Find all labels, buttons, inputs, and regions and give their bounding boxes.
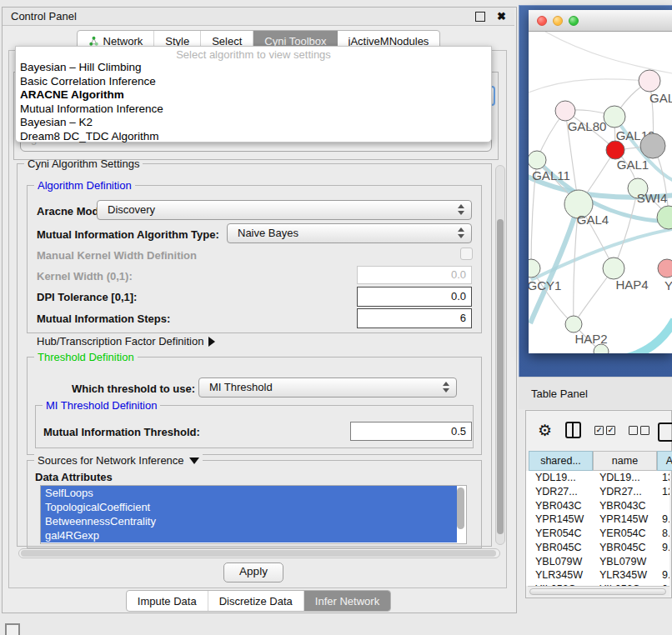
close-panel-icon[interactable]: ✖: [497, 11, 506, 22]
network-window[interactable]: GALGAL80GAL10GAL1GAL11SWI4GAL4GCY1HAP4YH…: [529, 10, 672, 353]
tab-infer-network[interactable]: Infer Network: [304, 591, 390, 611]
table-cell: YDR27...: [535, 485, 590, 499]
hub-definition-expander[interactable]: Hub/Transcription Factor Definition: [37, 335, 215, 348]
algorithm-option[interactable]: ARACNE Algorithm: [16, 88, 491, 102]
network-edge: [627, 320, 672, 353]
network-node-hap4[interactable]: [603, 258, 624, 279]
table-hscroll-thumb[interactable]: [529, 588, 666, 595]
network-edge: [545, 32, 672, 73]
table-cell: YPR145W: [535, 512, 590, 527]
apply-button[interactable]: Apply: [223, 562, 283, 582]
zoom-window-icon[interactable]: [569, 16, 579, 26]
algorithm-option[interactable]: Mutual Information Inference: [16, 102, 491, 117]
algorithm-option[interactable]: Bayesian – K2: [16, 116, 491, 130]
network-node-gal80[interactable]: [555, 101, 575, 121]
mi-threshold-field[interactable]: 0.5: [350, 422, 472, 441]
network-window-titlebar[interactable]: [529, 10, 672, 32]
network-node-gal10[interactable]: [604, 106, 625, 128]
algorithm-option[interactable]: Bayesian – Hill Climbing: [16, 61, 491, 75]
network-node-y[interactable]: [658, 259, 672, 278]
which-threshold-label: Which threshold to use:: [72, 382, 195, 395]
dpi-tolerance-field[interactable]: 0.0: [357, 287, 472, 307]
table-body: YDL19...YDL19...13YDR27...YDR27...12YBR0…: [526, 471, 669, 586]
table-panel-title: Table Panel: [531, 388, 588, 400]
mi-steps-field[interactable]: 6: [357, 308, 472, 328]
table-cell: 12: [662, 485, 669, 499]
hub-definition-label: Hub/Transcription Factor Definition: [37, 335, 203, 348]
mi-type-combo[interactable]: Naive Bayes: [227, 223, 472, 243]
manual-kernel-label: Manual Kernel Width Definition: [37, 249, 197, 262]
table-panel-titlebar: Table Panel: [519, 377, 672, 409]
select-all-icon[interactable]: [594, 426, 615, 435]
close-window-icon[interactable]: [537, 16, 547, 26]
manual-kernel-checkbox[interactable]: [460, 248, 473, 260]
table-row[interactable]: YLR345WYLR345W9.: [529, 568, 669, 582]
minimize-window-icon[interactable]: [553, 16, 563, 26]
which-threshold-value: MI Threshold: [209, 381, 273, 393]
minimized-panel-icon[interactable]: [5, 623, 20, 635]
new-table-icon[interactable]: [658, 422, 672, 442]
attribute-item[interactable]: gal4RGexp: [41, 528, 457, 542]
screen: { "control_panel": { "title": "Control P…: [0, 0, 672, 635]
table-cell: 8.: [662, 527, 669, 541]
table-row[interactable]: YPR145WYPR145W9.: [529, 512, 669, 527]
table-row[interactable]: YDR27...YDR27...12: [529, 485, 669, 499]
network-node-gal[interactable]: [639, 70, 660, 92]
threshold-definition-title: Threshold Definition: [34, 351, 138, 363]
network-node-hap2[interactable]: [565, 316, 582, 332]
attribute-item[interactable]: SelfLoops: [41, 486, 457, 500]
node-label: GAL11: [532, 168, 570, 182]
node-label: HAP2: [574, 332, 607, 346]
gear-icon[interactable]: ⚙: [538, 422, 552, 438]
settings-horizontal-scrollbar[interactable]: [18, 548, 500, 558]
control-panel-title: Control Panel: [11, 10, 77, 22]
node-label: GCY1: [529, 278, 561, 292]
attributes-scrollbar-thumb[interactable]: [457, 488, 464, 529]
algorithm-option[interactable]: Basic Correlation Inference: [16, 75, 491, 89]
attribute-item[interactable]: BetweennessCentrality: [41, 514, 457, 528]
settings-scrollbar-thumb[interactable]: [497, 219, 504, 534]
tab-discretize-data[interactable]: Discretize Data: [208, 591, 304, 611]
table-row[interactable]: YBL079WYBL079W: [529, 555, 669, 569]
which-threshold-combo[interactable]: MI Threshold: [198, 378, 457, 398]
deselect-all-icon[interactable]: [629, 426, 649, 435]
network-edge: [529, 79, 649, 92]
network-node-gal1[interactable]: [606, 141, 624, 159]
settings-scrollbar[interactable]: [495, 165, 505, 545]
table-row[interactable]: YBR043CYBR043C: [529, 499, 669, 513]
tab-impute-data[interactable]: Impute Data: [127, 591, 208, 611]
sources-group-title[interactable]: Sources for Network Inference: [34, 454, 203, 467]
aracne-mode-combo[interactable]: Discovery: [97, 200, 472, 220]
node-label: GAL1: [617, 158, 649, 172]
data-attributes-list[interactable]: SelfLoopsTopologicalCoefficientBetweenne…: [40, 485, 467, 544]
mi-type-value: Naive Bayes: [238, 227, 298, 239]
algorithm-dropdown-popup: Select algorithm to view settings Bayesi…: [15, 46, 492, 142]
node-label: GAL4: [577, 212, 609, 227]
table-row[interactable]: YBR045CYBR045C9.: [529, 541, 669, 555]
network-node-gal11[interactable]: [529, 151, 546, 169]
table-cell: YBR045C: [599, 541, 654, 555]
table-cell: YLR345W: [599, 568, 654, 582]
float-panel-icon[interactable]: [475, 12, 485, 22]
node-label: GAL80: [568, 119, 607, 133]
table-row[interactable]: YER054CYER054C8.: [529, 527, 669, 541]
network-canvas[interactable]: GALGAL80GAL10GAL1GAL11SWI4GAL4GCY1HAP4YH…: [529, 32, 672, 353]
sources-title-text: Sources for Network Inference: [38, 454, 184, 467]
attribute-item[interactable]: TopologicalCoefficient: [41, 500, 457, 514]
mi-threshold-label: Mutual Information Threshold:: [43, 426, 200, 438]
bottom-tab-bar: Impute DataDiscretize DataInfer Network: [3, 590, 514, 612]
table-row[interactable]: YDL19...YDL19...13: [529, 471, 669, 485]
network-node[interactable]: [640, 133, 665, 158]
table-horizontal-scrollbar[interactable]: [528, 586, 669, 597]
column-header-1[interactable]: name: [593, 451, 657, 471]
table-cell: YBR043C: [535, 499, 590, 513]
node-label: Y: [664, 278, 672, 292]
algorithm-option[interactable]: Dream8 DC_TDC Algorithm: [16, 130, 491, 144]
bottom-tab-group: Impute DataDiscretize DataInfer Network: [126, 590, 391, 612]
kernel-width-field[interactable]: 0.0: [357, 266, 472, 284]
network-node[interactable]: [657, 206, 672, 229]
columns-icon[interactable]: [565, 422, 581, 438]
hscrollbar-thumb[interactable]: [21, 550, 496, 557]
column-header-2[interactable]: A: [657, 451, 672, 471]
column-header-0[interactable]: shared...: [529, 451, 593, 471]
